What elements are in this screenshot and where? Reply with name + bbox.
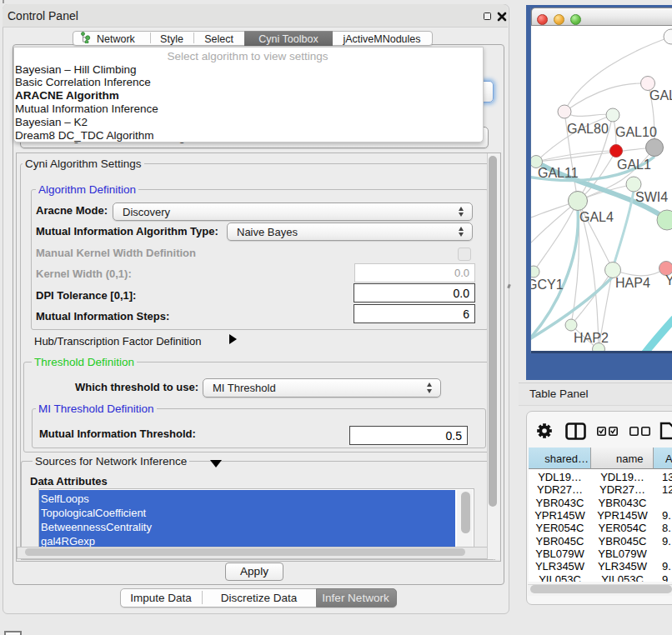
- svg-text:GCY1: GCY1: [531, 278, 564, 292]
- svg-text:SWI4: SWI4: [635, 190, 668, 204]
- svg-text:GAL80: GAL80: [567, 122, 609, 136]
- svg-text:HAP2: HAP2: [574, 331, 609, 345]
- svg-text:HAP4: HAP4: [615, 276, 650, 290]
- svg-text:GAL4: GAL4: [579, 210, 614, 224]
- svg-text:GAL10: GAL10: [615, 125, 657, 139]
- svg-text:Y: Y: [665, 273, 672, 288]
- svg-text:GAL: GAL: [649, 88, 672, 102]
- svg-text:GAL1: GAL1: [617, 158, 651, 172]
- svg-text:GAL11: GAL11: [538, 166, 579, 180]
